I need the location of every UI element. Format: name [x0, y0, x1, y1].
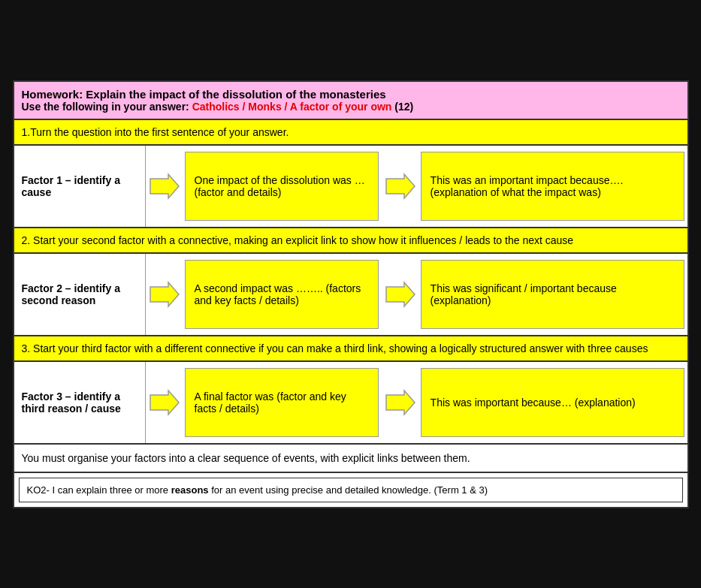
instruction-1: 1.Turn the question into the first sente… — [14, 120, 687, 146]
factor-1-row: Factor 1 – identify a cause One impact o… — [14, 146, 687, 228]
arrow-icon — [147, 278, 180, 311]
arrow-icon — [383, 386, 416, 419]
arrow-2a — [146, 254, 182, 335]
subtitle-highlight: Catholics / Monks / A factor of your own — [192, 101, 392, 113]
factor-2-label: Factor 2 – identify a second reason — [14, 254, 146, 335]
arrow-1a — [146, 146, 182, 227]
svg-marker-0 — [150, 174, 179, 198]
svg-marker-1 — [386, 174, 415, 198]
homework-title: Homework: Explain the impact of the diss… — [22, 88, 680, 101]
arrow-1b — [382, 146, 418, 227]
factor-2-row: Factor 2 – identify a second reason A se… — [14, 254, 687, 336]
svg-marker-3 — [386, 282, 415, 306]
arrow-3a — [146, 362, 182, 443]
factor-2-box2: This was significant / important because… — [421, 260, 684, 329]
homework-subtitle: Use the following in your answer: Cathol… — [22, 101, 680, 113]
ko-bar: KO2- I can explain three or more reasons… — [19, 478, 683, 502]
main-container: Homework: Explain the impact of the diss… — [13, 80, 689, 508]
instruction-2: 2. Start your second factor with a conne… — [14, 228, 687, 254]
svg-marker-2 — [150, 282, 179, 306]
ko-suffix: for an event using precise and detailed … — [209, 484, 488, 496]
arrow-icon — [383, 278, 416, 311]
svg-marker-4 — [150, 390, 179, 415]
factor-1-box2: This was an important impact because…. (… — [421, 152, 684, 221]
factor-2-box1: A second impact was …….. (factors and ke… — [185, 260, 379, 329]
factor-3-label: Factor 3 – identify a third reason / cau… — [14, 362, 146, 443]
factor-3-box2: This was important because… (explanation… — [421, 368, 684, 437]
factor-3-row: Factor 3 – identify a third reason / cau… — [14, 362, 687, 445]
ko-prefix: KO2- I can explain three or more — [27, 484, 171, 496]
arrow-2b — [382, 254, 418, 335]
ko-bold: reasons — [171, 484, 209, 496]
arrow-icon — [147, 386, 180, 419]
factor-1-label: Factor 1 – identify a cause — [14, 146, 146, 227]
arrow-icon — [147, 170, 180, 203]
instruction-3: 3. Start your third factor with a differ… — [14, 336, 687, 362]
arrow-icon — [383, 170, 416, 203]
footer-note: You must organise your factors into a cl… — [14, 445, 687, 473]
svg-marker-5 — [386, 390, 415, 415]
subtitle-end: (12) — [391, 101, 413, 113]
subtitle-start: Use the following in your answer: — [22, 101, 192, 113]
arrow-3b — [382, 362, 418, 443]
homework-header: Homework: Explain the impact of the diss… — [14, 82, 687, 120]
factor-1-box1: One impact of the dissolution was …(fact… — [185, 152, 379, 221]
factor-3-box1: A final factor was (factor and key facts… — [185, 368, 379, 437]
